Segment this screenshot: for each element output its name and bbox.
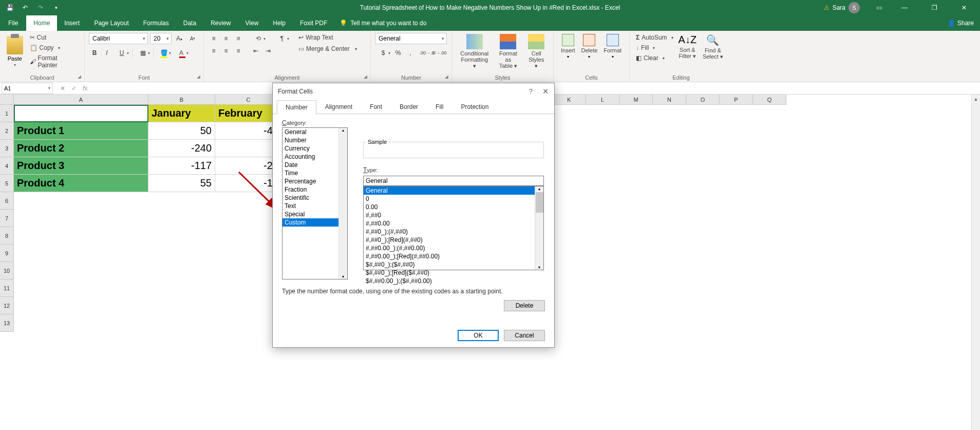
ribbon-display-options[interactable]: ▭ bbox=[871, 0, 887, 15]
merge-center-button[interactable]: ▭Merge & Center▾ bbox=[296, 44, 359, 53]
dialog-help-button[interactable]: ? bbox=[529, 87, 533, 95]
column-header[interactable]: M bbox=[619, 95, 653, 105]
cell-a5[interactable]: Product 4 bbox=[14, 175, 148, 192]
tab-page-layout[interactable]: Page Layout bbox=[87, 15, 136, 31]
sort-filter-button[interactable]: A↓ZSort &Filter ▾ bbox=[675, 33, 700, 70]
tab-protection[interactable]: Protection bbox=[452, 100, 497, 114]
tab-foxit[interactable]: Foxit PDF bbox=[293, 15, 334, 31]
minimize-button[interactable]: — bbox=[893, 0, 916, 15]
row-header[interactable]: 2 bbox=[0, 122, 14, 140]
find-select-button[interactable]: 🔍Find &Select ▾ bbox=[700, 33, 726, 70]
border-button[interactable]: ▦ bbox=[135, 47, 151, 59]
type-scrollbar[interactable]: ▴▾ bbox=[535, 186, 543, 270]
decrease-font-button[interactable]: A▾ bbox=[187, 33, 198, 44]
format-painter-button[interactable]: 🖌Format Painter bbox=[28, 53, 80, 70]
vertical-scrollbar[interactable]: ▲ bbox=[971, 95, 980, 430]
select-all-corner[interactable] bbox=[0, 95, 14, 105]
fill-button[interactable]: ↓Fill▾ bbox=[634, 43, 675, 52]
category-item[interactable]: Special bbox=[282, 210, 347, 218]
name-box[interactable]: A1 bbox=[2, 83, 53, 94]
cell-a4[interactable]: Product 3 bbox=[14, 157, 148, 175]
category-item[interactable]: Currency bbox=[282, 144, 347, 153]
column-header[interactable]: N bbox=[653, 95, 686, 105]
font-size-select[interactable]: 20 bbox=[150, 33, 172, 44]
number-launcher[interactable]: ◢ bbox=[443, 73, 449, 80]
increase-indent-button[interactable]: ⇥ bbox=[262, 45, 274, 57]
fill-color-button[interactable]: 🪣 bbox=[156, 47, 172, 59]
category-item[interactable]: Number bbox=[282, 136, 347, 144]
align-left-button[interactable]: ≡ bbox=[208, 45, 219, 57]
row-header[interactable]: 5 bbox=[0, 175, 14, 192]
category-item-custom[interactable]: Custom bbox=[282, 218, 347, 227]
tab-review[interactable]: Review bbox=[203, 15, 238, 31]
cell-styles-button[interactable]: CellStyles ▾ bbox=[523, 33, 549, 70]
italic-button[interactable]: I bbox=[101, 47, 112, 59]
text-direction-button[interactable]: ¶ bbox=[274, 33, 290, 44]
category-item[interactable]: Time bbox=[282, 169, 347, 177]
clipboard-launcher[interactable]: ◢ bbox=[76, 73, 82, 80]
undo-button[interactable]: ↶ bbox=[18, 1, 32, 14]
row-header[interactable]: 12 bbox=[0, 297, 14, 314]
redo-button[interactable]: ↷ bbox=[34, 1, 47, 14]
ok-button[interactable]: OK bbox=[458, 330, 499, 341]
listbox-scrollbar[interactable]: ▴▾ bbox=[338, 128, 347, 279]
category-listbox[interactable]: General Number Currency Accounting Date … bbox=[282, 127, 348, 279]
font-color-button[interactable]: A bbox=[173, 47, 190, 59]
copy-button[interactable]: 📋Copy▾ bbox=[28, 43, 80, 52]
conditional-formatting-button[interactable]: ConditionalFormatting ▾ bbox=[456, 33, 493, 70]
number-format-select[interactable]: General bbox=[375, 33, 447, 44]
align-center-button[interactable]: ≡ bbox=[220, 45, 232, 57]
type-item[interactable]: $#,##0_);[Red]($#,##0) bbox=[364, 269, 535, 277]
type-listbox[interactable]: General 0 0.00 #,##0 #,##0.00 #,##0_);(#… bbox=[363, 186, 544, 270]
alignment-launcher[interactable]: ◢ bbox=[362, 73, 368, 80]
accounting-format-button[interactable]: $ bbox=[375, 47, 391, 59]
type-item[interactable]: 0 bbox=[364, 195, 535, 203]
column-header[interactable]: B bbox=[148, 95, 215, 105]
dialog-titlebar[interactable]: Format Cells ? ✕ bbox=[273, 83, 554, 100]
type-item[interactable]: #,##0.00_);[Red](#,##0.00) bbox=[364, 252, 535, 260]
category-item[interactable]: Accounting bbox=[282, 153, 347, 161]
autosum-button[interactable]: ΣAutoSum▾ bbox=[634, 33, 675, 42]
delete-format-button[interactable]: Delete bbox=[504, 300, 545, 311]
type-item[interactable]: #,##0 bbox=[364, 211, 535, 219]
row-header[interactable]: 9 bbox=[0, 245, 14, 262]
align-top-button[interactable]: ≡ bbox=[208, 33, 219, 44]
font-name-select[interactable]: Calibri bbox=[89, 33, 148, 44]
tab-insert[interactable]: Insert bbox=[57, 15, 87, 31]
fx-icon[interactable]: fx bbox=[83, 85, 87, 92]
user-account[interactable]: ⚠ Sara S bbox=[824, 2, 860, 13]
row-header[interactable]: 4 bbox=[0, 157, 14, 175]
category-item[interactable]: Text bbox=[282, 202, 347, 210]
row-header[interactable]: 3 bbox=[0, 140, 14, 157]
tab-help[interactable]: Help bbox=[266, 15, 293, 31]
type-item[interactable]: #,##0_);(#,##0) bbox=[364, 228, 535, 236]
orientation-button[interactable]: ⟲ bbox=[250, 33, 267, 44]
cell-b1[interactable]: January bbox=[148, 105, 215, 122]
dialog-close-button[interactable]: ✕ bbox=[542, 87, 549, 96]
tab-border[interactable]: Border bbox=[391, 100, 427, 114]
wrap-text-button[interactable]: ↩Wrap Text bbox=[296, 33, 359, 42]
cell-b5[interactable]: 55 bbox=[148, 175, 215, 192]
cancel-button[interactable]: Cancel bbox=[504, 330, 545, 341]
save-button[interactable]: 💾 bbox=[3, 1, 16, 14]
font-launcher[interactable]: ◢ bbox=[195, 73, 201, 80]
format-as-table-button[interactable]: Format asTable ▾ bbox=[493, 33, 524, 70]
decrease-indent-button[interactable]: ⇤ bbox=[250, 45, 261, 57]
decrease-decimal-button[interactable]: .0→.00 bbox=[434, 47, 445, 59]
cell-a3[interactable]: Product 2 bbox=[14, 140, 148, 157]
cut-button[interactable]: ✂Cut bbox=[28, 33, 80, 42]
column-header[interactable]: K bbox=[553, 95, 586, 105]
tab-data[interactable]: Data bbox=[176, 15, 203, 31]
insert-cells-button[interactable]: Insert▾ bbox=[558, 33, 578, 70]
percent-button[interactable]: % bbox=[392, 47, 404, 59]
category-item[interactable]: General bbox=[282, 128, 347, 136]
column-header[interactable]: A bbox=[14, 95, 148, 105]
type-input[interactable] bbox=[363, 176, 544, 186]
row-header[interactable]: 11 bbox=[0, 279, 14, 297]
row-header[interactable]: 1 bbox=[0, 105, 14, 122]
column-header[interactable]: O bbox=[686, 95, 720, 105]
underline-button[interactable]: U bbox=[114, 47, 130, 59]
cell-b4[interactable]: -117 bbox=[148, 157, 215, 175]
paste-button[interactable]: Paste ▾ bbox=[4, 33, 26, 70]
tab-file[interactable]: File bbox=[0, 15, 26, 31]
